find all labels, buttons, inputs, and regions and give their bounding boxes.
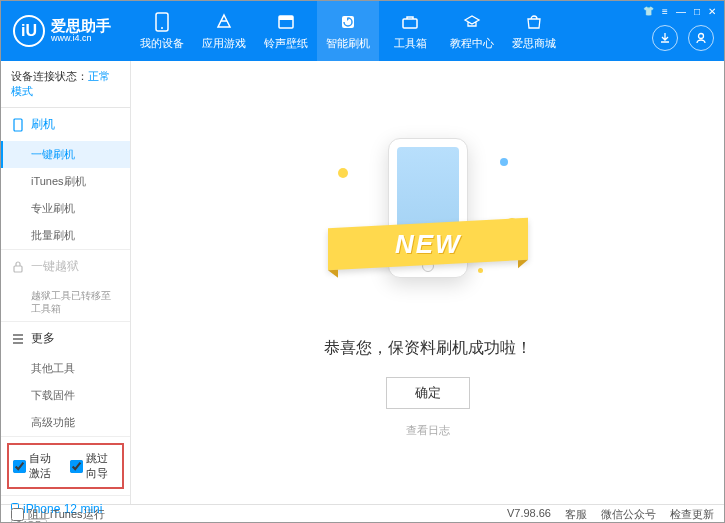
flash-icon: [338, 12, 358, 32]
sidebar-item-oneclick[interactable]: 一键刷机: [1, 141, 130, 168]
app-title: 爱思助手: [51, 18, 111, 33]
support-link[interactable]: 客服: [565, 507, 587, 522]
store-icon: [524, 12, 544, 32]
svg-rect-3: [279, 16, 293, 20]
lock-icon: [11, 261, 25, 273]
close-button[interactable]: ✕: [708, 6, 716, 17]
connection-status: 设备连接状态：正常模式: [1, 61, 130, 108]
svg-rect-8: [14, 266, 22, 272]
sidebar-item-pro[interactable]: 专业刷机: [1, 195, 130, 222]
options-highlighted: 自动激活 跳过向导: [7, 443, 124, 489]
user-button[interactable]: [688, 25, 714, 51]
sidebar-item-advanced[interactable]: 高级功能: [1, 409, 130, 436]
nav-toolbox[interactable]: 工具箱: [379, 1, 441, 61]
minimize-button[interactable]: —: [676, 6, 686, 17]
version-label: V7.98.66: [507, 507, 551, 522]
svg-point-1: [161, 27, 163, 29]
checkbox-skip-guide[interactable]: 跳过向导: [70, 451, 119, 481]
checkbox-auto-activate[interactable]: 自动激活: [13, 451, 62, 481]
tutorial-icon: [462, 12, 482, 32]
menu-button[interactable]: ≡: [662, 6, 668, 17]
section-jailbreak[interactable]: 一键越狱: [1, 250, 130, 283]
sidebar-item-download[interactable]: 下载固件: [1, 382, 130, 409]
nav-apps[interactable]: 应用游戏: [193, 1, 255, 61]
svg-point-6: [699, 34, 704, 39]
toolbox-icon: [400, 12, 420, 32]
sidebar-item-itunes[interactable]: iTunes刷机: [1, 168, 130, 195]
svg-rect-5: [403, 19, 417, 28]
logo: iU 爱思助手 www.i4.cn: [1, 15, 131, 47]
apps-icon: [214, 12, 234, 32]
sidebar-item-other[interactable]: 其他工具: [1, 355, 130, 382]
download-button[interactable]: [652, 25, 678, 51]
skin-button[interactable]: 👕: [643, 6, 654, 16]
wechat-link[interactable]: 微信公众号: [601, 507, 656, 522]
logo-icon: iU: [13, 15, 45, 47]
main-nav: 我的设备 应用游戏 铃声壁纸 智能刷机 工具箱 教程中心 爱思商城: [131, 1, 565, 61]
block-itunes-checkbox[interactable]: 阻止iTunes运行: [11, 507, 105, 522]
sidebar-item-batch[interactable]: 批量刷机: [1, 222, 130, 249]
phone-small-icon: [11, 118, 25, 132]
maximize-button[interactable]: □: [694, 6, 700, 17]
menu-icon: [11, 334, 25, 344]
section-more[interactable]: 更多: [1, 322, 130, 355]
nav-store[interactable]: 爱思商城: [503, 1, 565, 61]
nav-ringtones[interactable]: 铃声壁纸: [255, 1, 317, 61]
wallpaper-icon: [276, 12, 296, 32]
nav-my-device[interactable]: 我的设备: [131, 1, 193, 61]
main-content: NEW 恭喜您，保资料刷机成功啦！ 确定 查看日志: [131, 61, 724, 504]
window-controls: 👕 ≡ — □ ✕: [635, 1, 724, 21]
app-url: www.i4.cn: [51, 33, 111, 44]
jailbreak-note: 越狱工具已转移至工具箱: [1, 283, 130, 321]
view-log-link[interactable]: 查看日志: [406, 423, 450, 438]
success-message: 恭喜您，保资料刷机成功啦！: [324, 338, 532, 359]
svg-rect-7: [14, 119, 22, 131]
app-header: iU 爱思助手 www.i4.cn 我的设备 应用游戏 铃声壁纸 智能刷机 工具…: [1, 1, 724, 61]
phone-icon: [152, 12, 172, 32]
check-update-link[interactable]: 检查更新: [670, 507, 714, 522]
ok-button[interactable]: 确定: [386, 377, 470, 409]
success-illustration: NEW: [318, 128, 538, 308]
nav-flash[interactable]: 智能刷机: [317, 1, 379, 61]
section-flash[interactable]: 刷机: [1, 108, 130, 141]
sidebar: 设备连接状态：正常模式 刷机 一键刷机 iTunes刷机 专业刷机 批量刷机 一…: [1, 61, 131, 504]
nav-tutorials[interactable]: 教程中心: [441, 1, 503, 61]
